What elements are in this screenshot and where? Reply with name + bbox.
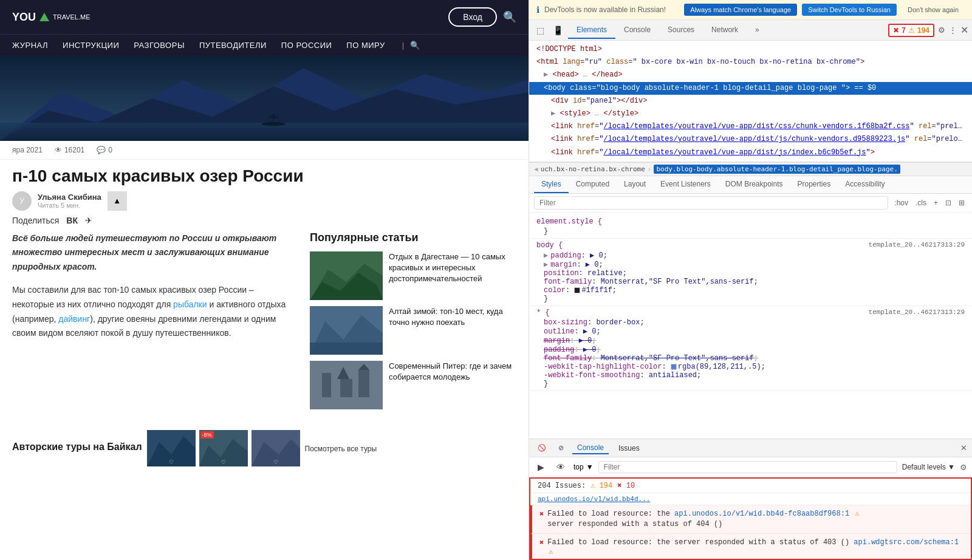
article-text: Всё больше людей путешествуют по России …: [12, 231, 298, 415]
console-clear-button[interactable]: 🚫: [534, 442, 550, 454]
css-prop-font-family-star: font-family: Montserrat,"SF Pro Text",sa…: [536, 354, 965, 363]
tour-heart-icon-3[interactable]: ♡: [252, 459, 300, 465]
tree-div-panel[interactable]: <div id="panel"></div>: [529, 95, 972, 108]
console-execute-button[interactable]: ▶: [534, 460, 548, 474]
tab-console[interactable]: Console: [615, 22, 659, 39]
style-tab-styles[interactable]: Styles: [534, 176, 569, 193]
share-vk-button[interactable]: ВК: [66, 216, 78, 225]
nav-search-icon[interactable]: 🔍: [410, 41, 420, 50]
switch-to-russian-button[interactable]: Switch DevTools to Russian: [802, 4, 897, 16]
console-levels-dropdown[interactable]: Default levels ▼: [902, 463, 955, 471]
tour-heart-icon[interactable]: ♡: [147, 459, 196, 465]
header-right: Вход 🔍: [448, 7, 516, 27]
css-prop-webkit-font: -webkit-font-smoothing: antialiased;: [536, 371, 965, 380]
nav-item-instructions[interactable]: ИНСТРУКЦИИ: [63, 41, 119, 50]
share-row: Поделиться ВК ✈: [0, 216, 529, 231]
tab-sources[interactable]: Sources: [659, 22, 703, 39]
toggle-styles-button[interactable]: ⊞: [956, 197, 967, 208]
svg-rect-3: [0, 123, 529, 141]
author-read-time: Читать 5 мин.: [38, 202, 101, 209]
article-para-1: Всё больше людей путешествуют по России …: [12, 231, 298, 275]
css-prop-margin: ▶margin: ▶ 0;: [536, 260, 965, 269]
device-toolbar-button[interactable]: 📱: [549, 23, 567, 38]
dont-show-again-button[interactable]: Don't show again: [902, 4, 965, 16]
tree-body[interactable]: <body class="blog-body absolute-header-1…: [529, 82, 972, 95]
svg-rect-15: [340, 379, 352, 397]
console-filter-input[interactable]: [598, 461, 897, 473]
cls-button[interactable]: .cls: [913, 197, 929, 208]
tree-link-css[interactable]: <link href="/local/templates/youtravel/v…: [529, 120, 972, 133]
previous-entry-link[interactable]: api.unodos.io/v1/wid.bb4d...: [538, 495, 650, 503]
popular-item-2[interactable]: Алтай зимой: топ-10 мест, куда точно нуж…: [310, 306, 516, 355]
popular-item-3[interactable]: Современный Питер: где и зачем собираетс…: [310, 361, 516, 409]
share-telegram-button[interactable]: ✈: [85, 216, 92, 225]
close-devtools-button[interactable]: ✕: [960, 24, 968, 36]
console-close-button[interactable]: ✕: [960, 443, 967, 452]
css-source-star[interactable]: template_20..46217313:29: [869, 309, 965, 318]
tours-link[interactable]: Посмотреть все туры: [305, 445, 377, 453]
nav-item-journal[interactable]: ЖУРНАЛ: [12, 41, 48, 50]
error-link-2[interactable]: api.wdgtsrc.com/schema:1: [854, 538, 959, 547]
style-tab-properties[interactable]: Properties: [790, 176, 838, 193]
console-filter-toggle[interactable]: ⊘: [555, 442, 567, 454]
tab-elements[interactable]: Elements: [568, 22, 615, 39]
plus-button[interactable]: +: [931, 197, 940, 208]
tours-images: ♡ -8% ♡: [147, 430, 300, 466]
style-tab-layout[interactable]: Layout: [617, 176, 653, 193]
hero-mountain-svg: [0, 56, 529, 141]
author-avatar: У: [12, 191, 32, 211]
nav-item-russia[interactable]: ПО РОССИИ: [281, 41, 332, 50]
popular-desc-2: Алтай зимой: топ-10 мест, куда точно нуж…: [389, 306, 516, 328]
element-picker-button[interactable]: ⬚: [533, 23, 548, 38]
nav-item-guides[interactable]: ПУТЕВОДИТЕЛИ: [199, 41, 267, 50]
svg-rect-16: [358, 370, 369, 397]
tree-head[interactable]: ▶ <head> … </head>: [529, 69, 972, 81]
tab-network[interactable]: Network: [703, 22, 747, 39]
css-source-body[interactable]: template_20..46217313:29: [869, 241, 965, 251]
nav-item-world[interactable]: ПО МИРУ: [346, 41, 385, 50]
console-eye-button[interactable]: 👁: [553, 460, 569, 474]
new-style-button[interactable]: ⊡: [943, 197, 954, 208]
styles-toolbar: :hov .cls + ⊡ ⊞: [529, 194, 972, 213]
error-link-1[interactable]: api.unodos.io/v1/wid.bb4d-fc8aab8df968:1: [674, 510, 849, 518]
html-tree: <!DOCTYPE html> <html lang="ru" class=" …: [529, 41, 972, 162]
console-tab-console[interactable]: Console: [572, 442, 609, 454]
tree-link-js[interactable]: <link href="/local/templates/youtravel/v…: [529, 133, 972, 146]
style-tab-dom-breakpoints[interactable]: DOM Breakpoints: [718, 176, 790, 193]
top-dropdown-icon[interactable]: ▼: [586, 463, 594, 471]
tours-link-row: Посмотреть все туры: [305, 444, 377, 453]
style-tab-event-listeners[interactable]: Event Listeners: [653, 176, 718, 193]
console-tab-issues[interactable]: Issues: [614, 443, 645, 454]
tree-style[interactable]: ▶ <style> … </style>: [529, 108, 972, 120]
link-diving[interactable]: дайвинг: [58, 314, 90, 324]
tree-html[interactable]: <html lang="ru" class=" bx-core bx-win b…: [529, 56, 972, 69]
style-tab-computed[interactable]: Computed: [569, 176, 617, 193]
match-language-button[interactable]: Always match Chrome's language: [684, 4, 797, 16]
author-name: Ульяна Скибина: [38, 193, 101, 202]
css-prop-outline: outline: ▶ 0;: [536, 327, 965, 336]
popular-item-1[interactable]: Отдых в Дагестане — 10 самых красивых и …: [310, 251, 516, 300]
tree-link-index[interactable]: <link href="/local/templates/youtravel/v…: [529, 146, 972, 159]
author-image-placeholder[interactable]: ▲: [108, 191, 127, 211]
styles-filter-input[interactable]: [534, 196, 888, 210]
tour-heart-icon-2[interactable]: ♡: [199, 459, 248, 465]
nav-item-conversations[interactable]: РАЗГОВОРЫ: [134, 41, 185, 50]
error-text-2: Failed to load resource: the server resp…: [547, 538, 963, 558]
breadcrumb-item-1[interactable]: uch.bx-no-retina.bx-chrome: [541, 165, 645, 173]
devtools-toolbar: ⬚ 📱 Elements Console Sources Network » ✖…: [529, 20, 972, 41]
style-tab-accessibility[interactable]: Accessibility: [838, 176, 892, 193]
settings-icon[interactable]: ⚙: [938, 26, 945, 35]
tree-doctype[interactable]: <!DOCTYPE html>: [529, 43, 972, 56]
tab-more[interactable]: »: [747, 22, 768, 39]
hov-button[interactable]: :hov: [892, 197, 911, 208]
link-fishing[interactable]: рыбалки: [173, 299, 207, 309]
meta-comments: 💬 0: [97, 146, 112, 154]
popular-desc-1: Отдых в Дагестане — 10 самых красивых и …: [389, 251, 516, 285]
login-button[interactable]: Вход: [448, 7, 497, 27]
css-selector-element: element.style {: [536, 217, 965, 226]
search-icon[interactable]: 🔍: [503, 10, 516, 24]
site-nav: ЖУРНАЛ ИНСТРУКЦИИ РАЗГОВОРЫ ПУТЕВОДИТЕЛИ…: [0, 34, 529, 56]
breadcrumb-item-2[interactable]: body.blog-body.absolute-header-1.blog-de…: [654, 165, 900, 174]
more-options-icon[interactable]: ⋮: [949, 26, 957, 35]
console-settings-icon[interactable]: ⚙: [960, 463, 967, 472]
